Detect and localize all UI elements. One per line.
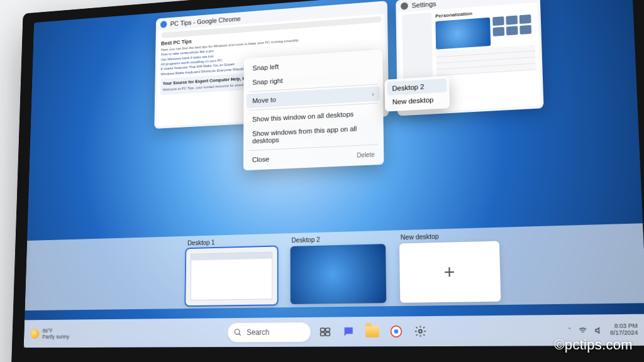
volume-icon[interactable] (594, 326, 603, 334)
svg-rect-5 (326, 332, 330, 336)
windows-desktop: PC Tips - Google Chrome Best PC Tips Her… (24, 0, 644, 348)
submenu-new-desktop[interactable]: New desktop (387, 92, 447, 109)
wallpaper-preview (435, 18, 491, 50)
taskbar-chrome[interactable] (387, 322, 406, 341)
svg-rect-3 (326, 328, 330, 331)
system-tray[interactable]: ˄ 8:03 PM 8/17/2024 (568, 323, 638, 337)
gear-icon (401, 2, 408, 9)
context-menu: Snap left Snap right Move to › Show this… (243, 50, 384, 171)
desktop-1-thumb[interactable] (186, 246, 277, 305)
laptop-brand: ASUS (11, 351, 644, 362)
desktop-1[interactable]: Desktop 1 (186, 237, 277, 305)
window-title: Settings (412, 0, 436, 9)
taskbar-weather[interactable]: 86°F Partly sunny (30, 327, 69, 340)
chrome-icon (160, 21, 167, 28)
taskbar: 86°F Partly sunny Search (24, 314, 644, 348)
svg-rect-4 (321, 332, 325, 336)
chevron-up-icon[interactable]: ˄ (568, 327, 572, 334)
chat-icon (342, 326, 355, 339)
taskbar-search[interactable]: Search (227, 322, 311, 343)
menu-move-to[interactable]: Move to › (247, 86, 380, 108)
windows-logo-icon (208, 326, 221, 339)
taskbar-explorer[interactable] (363, 322, 382, 341)
laptop: PC Tips - Google Chrome Best PC Tips Her… (0, 0, 644, 362)
virtual-desktops-strip: Desktop 1 Desktop 2 New desktop + (25, 223, 644, 310)
task-view-icon (319, 326, 331, 339)
folder-icon (365, 326, 379, 337)
plus-icon: + (443, 261, 455, 283)
svg-line-1 (239, 334, 241, 336)
start-button[interactable] (205, 323, 223, 342)
svg-point-0 (235, 329, 240, 334)
search-icon (234, 328, 242, 337)
desktop-2-thumb[interactable] (291, 244, 387, 304)
wifi-icon[interactable] (578, 326, 587, 334)
gear-icon (414, 325, 427, 338)
watermark: ©pctips.com (554, 337, 633, 353)
svg-point-9 (419, 330, 422, 333)
context-submenu-move-to: Desktop 2 New desktop (385, 76, 450, 112)
chrome-icon (390, 325, 402, 338)
desktop-2[interactable]: Desktop 2 (291, 234, 387, 304)
new-desktop[interactable]: New desktop + (399, 231, 501, 303)
laptop-bezel: PC Tips - Google Chrome Best PC Tips Her… (11, 0, 644, 362)
weather-icon (30, 329, 39, 338)
taskbar-settings[interactable] (411, 321, 430, 341)
chevron-right-icon: › (372, 90, 374, 97)
new-desktop-thumb[interactable]: + (399, 241, 501, 303)
taskbar-chat[interactable] (339, 322, 358, 341)
task-view-button[interactable] (316, 322, 334, 342)
svg-rect-2 (321, 328, 325, 331)
